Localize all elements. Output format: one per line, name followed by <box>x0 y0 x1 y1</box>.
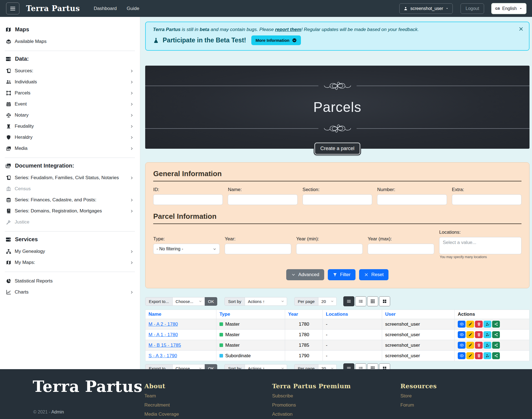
sort-select[interactable]: Actions ↑ <box>245 364 287 369</box>
column-header-type[interactable]: Type <box>216 310 285 319</box>
parcel-link[interactable]: M - A 1 - 1780 <box>149 332 178 337</box>
share-button[interactable] <box>492 331 500 338</box>
sidebar-heading-label: Document Integration: <box>15 163 74 169</box>
year-max-input[interactable] <box>368 244 434 254</box>
sidebar-item-feudality[interactable]: Feudality <box>5 121 135 132</box>
sidebar-item-media[interactable]: Media <box>5 143 135 154</box>
export-select[interactable]: Choose... <box>173 364 205 369</box>
locations-select[interactable]: Select a value... <box>439 237 521 254</box>
parcel-link[interactable]: S - A 3 - 1790 <box>149 353 177 358</box>
nav-link-guide[interactable]: Guide <box>127 6 139 11</box>
view-button[interactable] <box>458 352 466 359</box>
sidebar-item-series-feudalism-families-civil-status-notaries[interactable]: Series: Feudalism, Families, Civil Statu… <box>5 172 135 183</box>
sidebar-item-series-domains-registration-mortgages[interactable]: Series: Domains, Registration, Mortgages <box>5 205 135 217</box>
reset-button[interactable]: Reset <box>359 269 388 280</box>
footer-link-activation[interactable]: Activation <box>272 412 351 417</box>
advanced-button[interactable]: Advanced <box>286 269 324 280</box>
column-header-year[interactable]: Year <box>285 310 323 319</box>
nav-link-dashboard[interactable]: Dashboard <box>94 6 117 11</box>
footer-link-subscribe[interactable]: Subscribe <box>272 393 351 399</box>
share-button[interactable] <box>492 352 500 359</box>
share-button[interactable] <box>492 342 500 349</box>
sidebar-item-my-maps[interactable]: My Maps: <box>5 257 135 268</box>
edit-button[interactable] <box>466 331 474 338</box>
view-list-button[interactable] <box>343 363 354 369</box>
name-input[interactable] <box>228 194 297 205</box>
assign-user-button[interactable] <box>484 321 491 328</box>
delete-button[interactable] <box>475 342 483 349</box>
sidebar-item-parcels[interactable]: Parcels <box>5 88 135 99</box>
sidebar-item-event[interactable]: Event <box>5 99 135 110</box>
parcel-link[interactable]: M - A 2 - 1780 <box>149 322 178 327</box>
year-input[interactable] <box>225 244 291 254</box>
sidebar-item-individuals[interactable]: Individuals <box>5 76 135 88</box>
view-button[interactable] <box>458 342 466 349</box>
year-min-input[interactable] <box>296 244 363 254</box>
export-ok-button[interactable]: OK <box>205 364 218 369</box>
view-grid-large-button[interactable] <box>379 296 390 306</box>
sidebar-item-notary[interactable]: Notary <box>5 110 135 121</box>
field-type: Type: - No filtering - <box>153 236 220 254</box>
view-grid-small-button[interactable] <box>367 296 378 306</box>
sidebar-item-my-genealogy[interactable]: My Genealogy <box>5 246 135 257</box>
view-list-button[interactable] <box>343 296 354 306</box>
report-them-link[interactable]: report them <box>275 27 301 32</box>
footer-link-media-coverage[interactable]: Media Coverage <box>144 412 179 417</box>
edit-button[interactable] <box>466 321 474 328</box>
sidebar-item-heraldry[interactable]: Heraldry <box>5 132 135 143</box>
create-parcel-button[interactable]: Create a parcel <box>314 143 360 155</box>
per-page-select[interactable]: 20 <box>318 297 337 306</box>
column-header-name[interactable]: Name <box>145 310 216 319</box>
navbar-brand[interactable]: Terra Partus <box>26 4 80 13</box>
id-input[interactable] <box>153 194 223 205</box>
export-ok-button[interactable]: OK <box>205 297 218 306</box>
section-input[interactable] <box>303 194 372 205</box>
type-select[interactable]: - No filtering - <box>153 244 220 254</box>
sidebar-item-statistical-reports[interactable]: Statistical Reports <box>5 276 135 287</box>
sidebar-item-series-finances-cadastre-and-posts[interactable]: Series: Finances, Cadastre, and Posts: <box>5 194 135 205</box>
footer-link-recruitment[interactable]: Recruitment <box>144 402 179 408</box>
assign-user-button[interactable] <box>484 342 491 349</box>
assign-user-button[interactable] <box>484 331 491 338</box>
logout-button[interactable]: Logout <box>461 3 484 14</box>
sidebar-item-charts[interactable]: Charts <box>5 287 135 298</box>
sidebar-item-sources[interactable]: Sources: <box>5 65 135 76</box>
delete-button[interactable] <box>475 321 483 328</box>
view-button[interactable] <box>458 321 466 328</box>
column-header-locations[interactable]: Locations <box>323 310 382 319</box>
view-grid-small-button[interactable] <box>367 363 378 369</box>
footer-link-promotions[interactable]: Promotions <box>272 402 351 408</box>
delete-button[interactable] <box>475 352 483 359</box>
user-menu-button[interactable]: screenshot_user <box>399 3 453 14</box>
sort-select[interactable]: Actions ↑ <box>245 297 287 306</box>
chevron-right-icon <box>130 209 134 213</box>
per-page-select[interactable]: 20 <box>318 364 337 369</box>
footer-link-team[interactable]: Team <box>144 393 179 399</box>
filter-label: Filter <box>340 272 351 277</box>
share-button[interactable] <box>492 321 500 328</box>
more-information-button[interactable]: More Information <box>251 35 301 45</box>
alert-close-icon[interactable] <box>518 26 524 32</box>
user-pen-icon <box>485 354 490 358</box>
sidebar-item-justice: Justice <box>5 217 135 228</box>
edit-button[interactable] <box>466 352 474 359</box>
admin-link[interactable]: Admin <box>51 410 64 414</box>
sidebar-item-available-maps[interactable]: Available Maps <box>5 36 135 47</box>
number-input[interactable] <box>377 194 447 205</box>
view-grid-large-button[interactable] <box>379 363 390 369</box>
hamburger-button[interactable] <box>6 2 19 14</box>
parcel-link[interactable]: M - B 15 - 1785 <box>149 343 181 348</box>
delete-button[interactable] <box>475 331 483 338</box>
assign-user-button[interactable] <box>484 352 491 359</box>
extra-input[interactable] <box>452 194 521 205</box>
view-button[interactable] <box>458 331 466 338</box>
view-detailed-list-button[interactable] <box>355 363 366 369</box>
export-select[interactable]: Choose... <box>173 297 205 306</box>
footer-link-store[interactable]: Store <box>400 393 437 399</box>
filter-button[interactable]: Filter <box>328 269 355 280</box>
view-detailed-list-button[interactable] <box>355 296 366 306</box>
edit-button[interactable] <box>466 342 474 349</box>
footer-link-forum[interactable]: Forum <box>400 402 437 408</box>
language-select[interactable]: GB English <box>492 4 526 14</box>
column-header-user[interactable]: User <box>382 310 455 319</box>
